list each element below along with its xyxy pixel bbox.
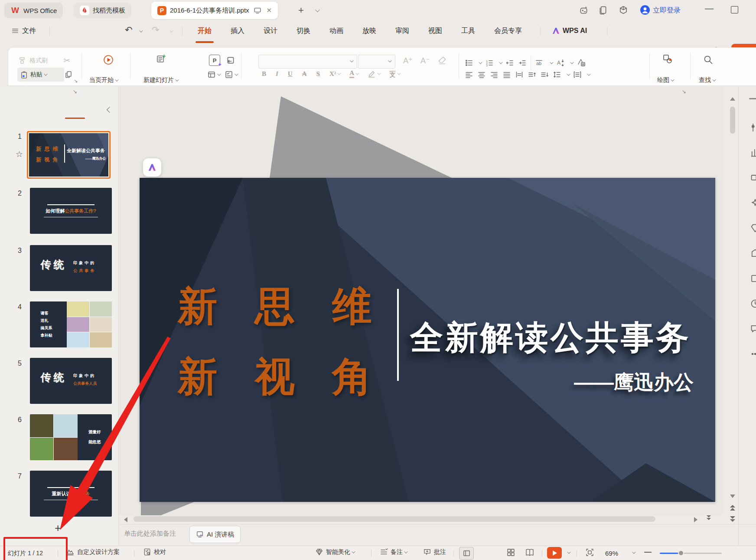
text-direction-caret-icon[interactable] [570, 60, 574, 64]
strikethrough-button[interactable]: A [302, 70, 307, 78]
scroll-right-icon[interactable] [694, 517, 697, 522]
comment-button[interactable]: 批注 [423, 548, 446, 556]
paste-button[interactable]: 粘贴 [17, 68, 64, 82]
history-panel-icon[interactable] [750, 298, 756, 309]
bullet-list-caret-icon[interactable] [479, 60, 482, 64]
slide-thumbnail-7[interactable]: 重新认识公共事务 [30, 471, 112, 517]
zoom-slider-track[interactable] [660, 553, 722, 554]
menu-transition[interactable]: 切换 [287, 20, 320, 41]
tab-list-caret-icon[interactable] [315, 7, 320, 12]
panel-drag-handle[interactable] [749, 98, 756, 99]
vertical-scrollbar-thumb[interactable] [730, 107, 735, 134]
new-slide-button[interactable]: 新建幻灯片 [143, 76, 178, 84]
notes-toggle-button[interactable]: 备注 [380, 548, 407, 556]
tab-document[interactable]: P 2016-6-1公共事务培训.pptx ✕ [151, 2, 278, 19]
transition-panel-icon[interactable] [750, 173, 756, 183]
slide-thumbnail-5[interactable]: 传统 印象中的 公共事务人员 [30, 358, 112, 404]
menu-tools[interactable]: 工具 [452, 20, 485, 41]
increase-font-button[interactable]: A⁺ [403, 56, 413, 65]
slide-thumbnail-3[interactable]: 传统 印象中的 公共事务 [30, 245, 112, 291]
undo-caret-icon[interactable] [139, 29, 143, 32]
ai-assistant-icon[interactable] [579, 5, 589, 15]
collapse-notes-icon[interactable] [707, 515, 711, 520]
align-justify-icon[interactable] [502, 70, 511, 79]
tabs-stack-icon[interactable] [598, 5, 608, 15]
fit-slide-icon[interactable] [585, 548, 594, 558]
slide-thumbnail-1[interactable]: 新思维 新视角 全新解读公共事务 ——鹰迅办公 [27, 131, 111, 179]
new-tab-icon[interactable]: + [298, 5, 304, 16]
outline-checklist-button[interactable] [225, 70, 237, 79]
menu-wps-ai[interactable]: WPS AI [551, 20, 587, 41]
draw-button[interactable]: 绘图 [657, 76, 673, 84]
row-spacing-down-icon[interactable] [540, 70, 549, 79]
slide-editing-area[interactable]: 新思维 新视角 全新解读公共事务 ——鹰迅办公 [140, 178, 715, 502]
zoom-caret-icon[interactable] [632, 550, 635, 553]
scroll-down-icon[interactable] [730, 495, 735, 498]
scroll-up-icon[interactable] [730, 97, 735, 101]
login-link[interactable]: 立即登录 [653, 6, 681, 15]
comment-panel-icon[interactable] [750, 324, 756, 334]
line-spacing-caret-icon[interactable] [567, 72, 570, 75]
clear-format-icon[interactable] [437, 55, 447, 65]
shape-panel-icon[interactable] [750, 273, 756, 284]
row-spacing-up-icon[interactable] [528, 70, 536, 79]
slide-thumbnail-6[interactable]: 酒量好 能忽悠 [30, 414, 112, 460]
add-slide-icon[interactable]: + [55, 521, 61, 535]
character-border-caret-icon[interactable] [550, 60, 553, 64]
text-convert-icon[interactable] [577, 58, 586, 68]
font-name-select[interactable] [258, 55, 357, 69]
collapse-panel-icon[interactable] [107, 107, 113, 113]
play-options-caret-icon[interactable] [567, 550, 570, 553]
menu-animation[interactable]: 动画 [320, 20, 353, 41]
scroll-left-icon[interactable] [124, 517, 127, 522]
font-color-button[interactable]: A [349, 69, 358, 78]
align-center-icon[interactable] [477, 70, 486, 79]
animation-panel-icon[interactable] [750, 147, 756, 158]
superscript-button[interactable]: X² [329, 70, 340, 78]
slide-thumbnail-4[interactable]: 请客 送礼 搞关系 拿补贴 [30, 301, 112, 347]
avatar[interactable] [640, 5, 650, 15]
maximize-icon[interactable] [731, 6, 738, 13]
underline-button[interactable]: U [288, 70, 293, 78]
zoom-out-icon[interactable]: — [644, 548, 652, 557]
tab-wps-office[interactable]: W WPS Office [4, 3, 63, 18]
more-panels-icon[interactable] [750, 349, 756, 359]
zoom-slider-handle[interactable] [678, 550, 684, 556]
properties-panel-icon[interactable] [750, 122, 756, 133]
bold-button[interactable]: B [262, 70, 266, 78]
smart-beautify-button[interactable]: 智能美化 [315, 548, 354, 556]
distribute-text-icon[interactable] [515, 70, 524, 79]
reading-view-icon[interactable] [525, 548, 534, 558]
notes-placeholder[interactable]: 单击此处添加备注 [124, 530, 176, 538]
next-slide-icon[interactable] [730, 516, 735, 522]
character-border-icon[interactable]: ab [535, 59, 544, 67]
normal-view-button[interactable] [459, 547, 474, 560]
horizontal-scrollbar-thumb[interactable] [134, 516, 655, 522]
menu-slideshow[interactable]: 放映 [353, 20, 386, 41]
format-painter-button[interactable]: 格式刷 [18, 56, 48, 65]
tab-docer-templates[interactable]: 找稻壳模板 [74, 3, 131, 18]
menu-member[interactable]: 会员专享 [485, 20, 531, 41]
italic-button[interactable]: I [276, 70, 278, 78]
copy-icon[interactable] [63, 69, 74, 80]
file-menu[interactable]: 文件 [11, 20, 36, 41]
line-spacing-icon[interactable] [553, 70, 561, 79]
numbered-list-icon[interactable]: 123 [485, 59, 494, 67]
previous-slide-icon[interactable] [730, 505, 735, 511]
wps-ai-floating-button[interactable] [143, 158, 161, 177]
menu-view[interactable]: 视图 [419, 20, 452, 41]
highlight-button[interactable] [368, 70, 380, 78]
present-on-screen-icon[interactable] [254, 7, 261, 14]
ai-sparkle-panel-icon[interactable] [750, 198, 756, 208]
align-right-icon[interactable] [490, 70, 499, 79]
text-shadow-button[interactable]: S [316, 70, 320, 78]
close-document-icon[interactable]: ✕ [267, 7, 272, 14]
menu-review[interactable]: 审阅 [386, 20, 419, 41]
menu-home[interactable]: 开始 [188, 20, 221, 41]
redo-icon[interactable]: ↷ [152, 25, 160, 35]
ai-speech-script-button[interactable]: AI 演讲稿 [189, 526, 241, 543]
cut-icon[interactable]: ✂ [63, 56, 70, 65]
slide-sorter-view-icon[interactable] [506, 548, 515, 558]
resource-panel-icon[interactable] [750, 248, 756, 259]
play-from-current-icon[interactable] [103, 55, 114, 65]
